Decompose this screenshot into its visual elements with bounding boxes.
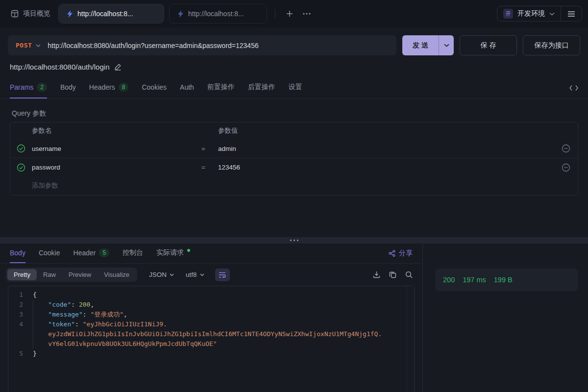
code-row: 2 "code": 200, xyxy=(8,300,414,310)
send-options-button[interactable] xyxy=(439,35,454,55)
view-mode-option[interactable]: Pretty xyxy=(7,269,37,280)
more-icon xyxy=(303,13,311,15)
response-tab-item[interactable]: 实际请求 xyxy=(156,244,190,263)
response-size: 199 B xyxy=(494,276,513,284)
scrollbar-track[interactable] xyxy=(407,286,407,392)
equals-sign: = xyxy=(201,145,218,152)
request-tabs: Params 2 Body Headers 8 Cookies Auth xyxy=(0,77,588,99)
environment-badge: 开 xyxy=(503,9,513,19)
response-tab-item[interactable]: Header 5 xyxy=(74,244,110,263)
save-as-endpoint-button[interactable]: 保存为接口 xyxy=(523,35,580,55)
panel-splitter[interactable] xyxy=(0,237,588,244)
code-row: vY6elG01vkpnuVb8UOk3UL6HQgUkPpmJcdUbTqQK… xyxy=(8,339,414,349)
project-overview-tab[interactable]: 项目概览 xyxy=(6,9,58,18)
table-row: username = admin xyxy=(10,139,578,158)
share-label: 分享 xyxy=(399,249,413,258)
check-circle-icon[interactable] xyxy=(17,144,25,153)
table-header-row: 参数名 参数值 xyxy=(10,122,578,139)
request-tab-item[interactable]: Auth xyxy=(180,77,194,98)
edit-pencil-icon[interactable] xyxy=(114,63,122,71)
code-row: 3 "message": "登录成功", xyxy=(8,310,414,319)
endpoint-url: http://localhost:8080/auth/login xyxy=(10,63,109,71)
code-row: eyJzdWIiOiJhZG1pbiIsInJvbGUiOiJhZG1pbiIs… xyxy=(8,329,414,339)
line-number xyxy=(8,329,23,339)
plus-icon xyxy=(286,10,293,17)
drag-handle-dot xyxy=(290,240,292,241)
more-tabs-button[interactable] xyxy=(298,10,316,18)
add-param-row[interactable]: 添加参数 xyxy=(10,176,578,195)
endpoint-row: http://localhost:8080/auth/login xyxy=(10,63,580,71)
chevron-down-icon xyxy=(444,44,449,47)
view-mode-option[interactable]: Visualize xyxy=(98,269,136,280)
project-tab-label: 项目概览 xyxy=(23,9,50,18)
response-tab-item[interactable]: Cookie xyxy=(39,244,60,263)
request-tab-item[interactable]: Cookies xyxy=(142,77,167,98)
send-button-group: 发 送 xyxy=(402,35,454,55)
request-url-value: http://localhost:8080/auth/login?usernam… xyxy=(48,42,258,49)
line-number: 1 xyxy=(8,290,23,300)
status-dot xyxy=(187,249,190,252)
environment-selector[interactable]: 开 开发环境 xyxy=(497,9,561,19)
line-number: 5 xyxy=(8,349,23,359)
format-dropdown[interactable]: JSON xyxy=(149,271,174,278)
code-row: 1{ xyxy=(8,290,414,300)
param-value-field[interactable]: 123456 xyxy=(218,164,554,171)
wrap-text-button[interactable] xyxy=(215,269,230,281)
response-body-editor[interactable]: 1{2 "code": 200,3 "message": "登录成功",4 "t… xyxy=(8,286,415,392)
request-tab-item[interactable]: 设置 xyxy=(289,77,302,98)
url-input[interactable]: POST http://localhost:8080/auth/login?us… xyxy=(8,35,396,55)
response-tab-item[interactable]: Body xyxy=(10,244,25,263)
send-button[interactable]: 发 送 xyxy=(402,35,439,55)
table-row: password = 123456 xyxy=(10,158,578,176)
spacer xyxy=(0,196,588,237)
code-view-icon[interactable] xyxy=(569,85,578,91)
request-tab-item[interactable]: 后置操作 xyxy=(248,77,275,98)
request-tab-item[interactable]: Params 2 xyxy=(10,77,47,98)
tab-label: Cookie xyxy=(39,249,60,257)
encoding-dropdown[interactable]: utf8 xyxy=(186,271,204,278)
view-mode-option[interactable]: Preview xyxy=(62,269,98,280)
search-icon[interactable] xyxy=(405,271,413,278)
new-tab-button[interactable] xyxy=(281,7,298,20)
save-button[interactable]: 保 存 xyxy=(460,35,517,55)
minus-circle-icon[interactable] xyxy=(562,144,570,153)
app-window: 项目概览 http://localhost:8... http://localh… xyxy=(0,0,588,392)
add-param-placeholder[interactable]: 添加参数 xyxy=(32,181,201,190)
request-tab-item[interactable]: 前置操作 xyxy=(207,77,235,98)
check-circle-icon[interactable] xyxy=(17,163,25,172)
tab-label: 设置 xyxy=(289,83,302,92)
response-toolbar: Pretty Raw Preview Visualize JSON utf8 xyxy=(6,268,416,282)
line-number xyxy=(8,339,23,349)
tab-count-badge: 8 xyxy=(119,83,129,92)
project-grid-icon xyxy=(11,10,19,18)
request-tab-item[interactable]: Body xyxy=(60,77,76,98)
response-tab-item[interactable]: 控制台 xyxy=(122,244,143,263)
tab-count-badge: 2 xyxy=(37,83,47,92)
tab-label: Body xyxy=(60,83,76,91)
response-tabs: Body Cookie Header 5 xyxy=(0,244,422,264)
environment-label: 开发环境 xyxy=(517,9,545,18)
minus-circle-icon[interactable] xyxy=(562,163,570,172)
lightning-icon xyxy=(177,10,184,18)
tab-label: 控制台 xyxy=(122,248,143,257)
request-tab-2[interactable]: http://localhost:8... xyxy=(169,4,267,24)
method-selector[interactable]: POST xyxy=(16,42,41,49)
tab-label: 后置操作 xyxy=(248,83,275,92)
tab-label: Header xyxy=(74,249,96,257)
copy-icon[interactable] xyxy=(389,271,396,278)
response-body-pane: Body Cookie Header 5 xyxy=(0,244,422,392)
tab-label: Auth xyxy=(180,83,194,91)
request-tab-item[interactable]: Headers 8 xyxy=(89,77,129,98)
response-meta-pane: 200 197 ms 199 B xyxy=(422,244,588,392)
request-tab-1[interactable]: http://localhost:8... xyxy=(58,4,164,24)
param-value-field[interactable]: admin xyxy=(218,145,554,152)
format-value: JSON xyxy=(149,271,167,278)
view-mode-option[interactable]: Raw xyxy=(37,269,62,280)
code-row: 4 "token": "eyJhbGciOiJIUzI1NiJ9. xyxy=(8,319,414,329)
menu-button[interactable] xyxy=(561,11,582,17)
param-name-field[interactable]: username xyxy=(32,145,201,152)
share-button[interactable]: 分享 xyxy=(389,249,413,258)
download-icon[interactable] xyxy=(373,271,380,278)
param-name-field[interactable]: password xyxy=(32,164,201,171)
column-header-value: 参数值 xyxy=(218,126,554,135)
